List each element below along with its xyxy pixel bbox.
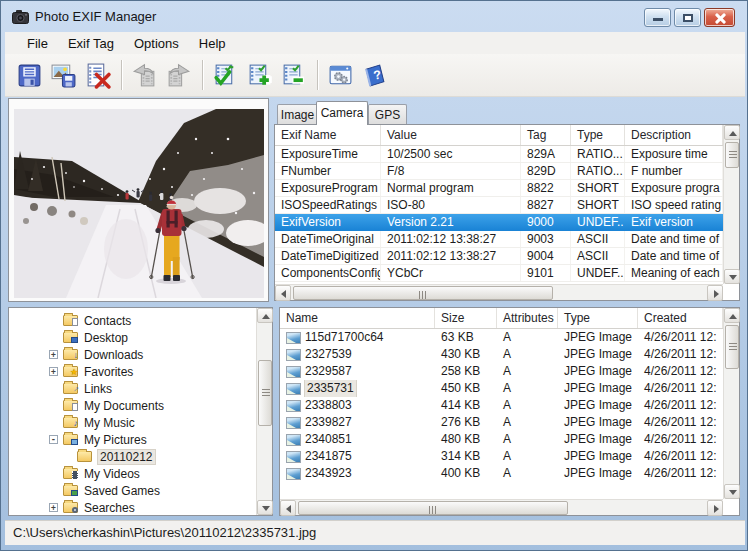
file-row[interactable]: 2341875314 KBAJPEG Image4/26/2011 12: xyxy=(280,448,723,465)
exif-row[interactable]: FNumberF/8829DRATIO...F number xyxy=(275,163,723,180)
tree-item-desktop[interactable]: Desktop xyxy=(25,329,272,346)
tab-gps[interactable]: GPS xyxy=(368,104,407,125)
next-file-button[interactable] xyxy=(163,59,195,91)
scrollbar-thumb[interactable] xyxy=(725,142,739,168)
exif-row[interactable]: DateTimeOriginal2011:02:12 13:38:279003A… xyxy=(275,231,723,248)
file-row[interactable]: 2339827276 KBAJPEG Image4/26/2011 12: xyxy=(280,414,723,431)
file-row-selected[interactable]: 2335731450 KBAJPEG Image4/26/2011 12: xyxy=(280,380,723,397)
save-button[interactable] xyxy=(14,59,46,91)
scroll-down-button[interactable] xyxy=(724,269,740,284)
next-arrow-icon xyxy=(165,62,192,89)
previous-arrow-icon xyxy=(131,62,158,89)
tree-item-my-videos[interactable]: My Videos xyxy=(25,465,272,482)
verify-tags-button[interactable] xyxy=(210,59,242,91)
scroll-up-button[interactable] xyxy=(257,308,273,323)
current-file-path: C:\Users\cherkashin\Pictures\20110212\23… xyxy=(13,525,316,540)
files-vertical-scrollbar[interactable] xyxy=(723,308,739,499)
tree-item-my-documents[interactable]: My Documents xyxy=(25,397,272,414)
scroll-down-button[interactable] xyxy=(724,484,740,499)
file-row[interactable]: 2340851480 KBAJPEG Image4/26/2011 12: xyxy=(280,431,723,448)
tree-item-searches[interactable]: + Searches xyxy=(25,499,272,516)
tab-image[interactable]: Image xyxy=(277,104,318,125)
tree-item-label: My Pictures xyxy=(84,433,147,447)
file-row[interactable]: 2327539430 KBAJPEG Image4/26/2011 12: xyxy=(280,346,723,363)
exif-col-description[interactable]: Description xyxy=(625,125,723,145)
expand-toggle[interactable]: + xyxy=(49,503,58,512)
scrollbar-thumb[interactable] xyxy=(258,360,272,426)
scroll-left-button[interactable] xyxy=(275,285,291,301)
scrollbar-thumb[interactable] xyxy=(725,325,739,369)
file-col-created[interactable]: Created xyxy=(638,308,723,328)
file-row[interactable]: 115d71700c6463 KBAJPEG Image4/26/2011 12… xyxy=(280,329,723,346)
tree-item-links[interactable]: ↓ Links xyxy=(25,380,272,397)
scrollbar-thumb[interactable] xyxy=(293,286,553,300)
expand-toggle[interactable]: - xyxy=(49,435,58,444)
file-col-attributes[interactable]: Attributes xyxy=(497,308,558,328)
scroll-down-button[interactable] xyxy=(257,500,273,515)
tree-item-my-music[interactable]: ♪ My Music xyxy=(25,414,272,431)
exif-col-type[interactable]: Type xyxy=(571,125,625,145)
menu-file[interactable]: File xyxy=(17,33,58,54)
tree-item-my-pictures[interactable]: - My Pictures xyxy=(25,431,272,448)
tree-item-20110212[interactable]: 20110212 xyxy=(25,448,272,465)
remove-tag-button[interactable] xyxy=(278,59,310,91)
delete-exif-button[interactable] xyxy=(82,59,114,91)
app-window: Photo EXIF Manager File Exif Tag Options… xyxy=(0,0,748,551)
expand-toggle[interactable]: + xyxy=(49,350,58,359)
exif-row[interactable]: ISOSpeedRatingsISO-808827SHORTISO speed … xyxy=(275,197,723,214)
menu-exif-tag[interactable]: Exif Tag xyxy=(58,33,124,54)
tree-item-favorites[interactable]: + ★ Favorites xyxy=(25,363,272,380)
previous-file-button[interactable] xyxy=(129,59,161,91)
scroll-up-button[interactable] xyxy=(724,125,740,140)
file-col-size[interactable]: Size xyxy=(435,308,497,328)
file-list-body: 115d71700c6463 KBAJPEG Image4/26/2011 12… xyxy=(280,329,723,482)
exif-row-selected[interactable]: ExifVersionVersion 2.219000UNDEF...Exif … xyxy=(275,214,723,231)
exif-row[interactable]: ComponentsConfig...YCbCr9101UNDEF...Mean… xyxy=(275,265,723,282)
add-tag-button[interactable] xyxy=(244,59,276,91)
exif-col-name[interactable]: Exif Name xyxy=(275,125,381,145)
exif-col-tag[interactable]: Tag xyxy=(521,125,571,145)
exif-row[interactable]: ExposureProgramNormal program8822SHORTEx… xyxy=(275,180,723,197)
tree-item-contacts[interactable]: Contacts xyxy=(25,312,272,329)
help-icon: ? xyxy=(361,62,388,89)
image-file-icon xyxy=(286,349,301,361)
tab-camera[interactable]: Camera xyxy=(316,101,368,125)
exif-col-value[interactable]: Value xyxy=(381,125,521,145)
title-bar[interactable]: Photo EXIF Manager xyxy=(1,1,747,31)
scroll-right-button[interactable] xyxy=(707,285,723,301)
scroll-left-button[interactable] xyxy=(280,500,296,516)
tree-item-label: My Music xyxy=(84,416,135,430)
image-file-icon xyxy=(286,400,301,412)
file-row[interactable]: 2338803414 KBAJPEG Image4/26/2011 12: xyxy=(280,397,723,414)
scrollbar-thumb[interactable] xyxy=(298,501,568,515)
image-file-icon xyxy=(286,451,301,463)
menu-options[interactable]: Options xyxy=(124,33,189,54)
minimize-button[interactable] xyxy=(644,8,671,27)
exif-row[interactable]: ExposureTime10/2500 sec829ARATIO...Expos… xyxy=(275,146,723,163)
options-button[interactable] xyxy=(325,59,357,91)
save-image-button[interactable] xyxy=(48,59,80,91)
file-row[interactable]: 2329587258 KBAJPEG Image4/26/2011 12: xyxy=(280,363,723,380)
help-button[interactable]: ? xyxy=(359,59,391,91)
toolbar-separator xyxy=(121,60,122,90)
tree-item-downloads[interactable]: + ↓ Downloads xyxy=(25,346,272,363)
close-button[interactable] xyxy=(704,8,735,27)
exif-row[interactable]: DateTimeDigitized2011:02:12 13:38:279004… xyxy=(275,248,723,265)
file-col-type[interactable]: Type xyxy=(558,308,638,328)
expand-toggle[interactable]: + xyxy=(49,367,58,376)
image-file-icon xyxy=(286,332,301,344)
maximize-button[interactable] xyxy=(674,8,701,27)
file-row[interactable]: 2343923400 KBAJPEG Image4/26/2011 12: xyxy=(280,465,723,482)
menu-help[interactable]: Help xyxy=(189,33,236,54)
exif-table-panel: Exif Name Value Tag Type Description Exp… xyxy=(274,124,740,301)
file-col-name[interactable]: Name xyxy=(280,308,435,328)
scroll-right-button[interactable] xyxy=(707,500,723,516)
exif-horizontal-scrollbar[interactable] xyxy=(275,284,723,300)
exif-table-body: ExposureTime10/2500 sec829ARATIO...Expos… xyxy=(275,146,723,282)
save-image-icon xyxy=(50,62,77,89)
tree-item-saved-games[interactable]: Saved Games xyxy=(25,482,272,499)
scroll-up-button[interactable] xyxy=(724,308,740,323)
files-horizontal-scrollbar[interactable] xyxy=(280,499,723,515)
tree-vertical-scrollbar[interactable] xyxy=(256,308,272,515)
exif-vertical-scrollbar[interactable] xyxy=(723,125,739,284)
